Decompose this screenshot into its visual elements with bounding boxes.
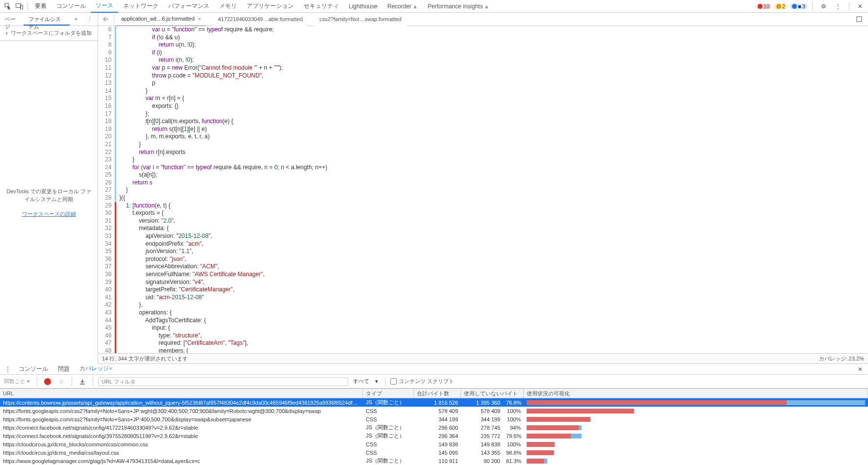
- navigator-sidebar: ページファイルシステム » ⋮ ＋ ワークスペースにフォルダを追加 DevToo…: [0, 13, 98, 364]
- show-nav-icon[interactable]: [100, 13, 112, 25]
- content-script-checkbox[interactable]: コンテンツ スクリプト: [390, 378, 454, 385]
- add-workspace-button[interactable]: ＋ ワークスペースにフォルダを追加: [0, 26, 98, 41]
- panel-tab-2[interactable]: ソース: [91, 0, 118, 13]
- settings-icon[interactable]: ⚙: [817, 0, 829, 12]
- code-editor[interactable]: 6789101112131415161718192021222324252627…: [98, 26, 868, 353]
- drawer-tab-1[interactable]: 問題: [53, 363, 75, 376]
- workspace-sync-text: DevTools での変更をローカル ファイルシステムと同期: [6, 187, 92, 204]
- editor-statusbar: 14 行, 344 文字が選択されています カバレッジ: 23.2%: [98, 353, 868, 364]
- selection-status: 14 行, 344 文字が選択されています: [102, 355, 188, 362]
- warning-count[interactable]: 2: [774, 3, 787, 9]
- clear-button[interactable]: ⊘: [56, 376, 67, 387]
- file-tab-0[interactable]: application_wit…6.js:formatted×: [116, 13, 206, 26]
- drawer-tab-0[interactable]: コンソール: [14, 363, 53, 376]
- workspace-learn-more-link[interactable]: ワークスペースの詳細: [22, 210, 76, 218]
- coverage-header: URL タイプ 合計バイト数 使用していないバイト 使用状況の可視化: [0, 388, 868, 398]
- file-tabs: application_wit…6.js:formatted×417221846…: [98, 13, 868, 26]
- panel-tab-8[interactable]: Lighthouse: [344, 0, 383, 13]
- coverage-row[interactable]: https://connect.facebook.net/signals/con…: [0, 432, 868, 440]
- url-filter-input[interactable]: [98, 377, 348, 386]
- panel-tab-5[interactable]: メモリ: [214, 0, 242, 13]
- coverage-row[interactable]: https://www.googletagmanager.com/gtag/js…: [0, 457, 868, 465]
- sidebar-tab-1[interactable]: ファイルシステム: [24, 13, 70, 26]
- panel-tab-9[interactable]: Recorder ▲: [383, 0, 423, 13]
- col-unused[interactable]: 使用していないバイト: [461, 388, 524, 399]
- coverage-row[interactable]: https://connect.facebook.net/signals/con…: [0, 423, 868, 432]
- panel-tab-10[interactable]: Performance insights ▲: [423, 0, 494, 13]
- coverage-row[interactable]: https://fonts.googleapis.com/css2?family…: [0, 415, 868, 423]
- panel-tabs: 要素コンソールソースネットワークパフォーマンスメモリアプリケーションセキュリティ…: [30, 0, 494, 13]
- panel-tab-4[interactable]: パフォーマンス: [163, 0, 214, 13]
- drawer-close-icon[interactable]: ✕: [854, 363, 866, 375]
- export-button[interactable]: [77, 376, 88, 387]
- col-url[interactable]: URL: [0, 389, 363, 398]
- panel-tab-7[interactable]: セキュリティ: [299, 0, 344, 13]
- drawer-tabs: ⋮ コンソール問題カバレッジ × ✕: [0, 364, 868, 375]
- drawer-kebab-icon[interactable]: ⋮: [2, 363, 14, 375]
- col-type[interactable]: タイプ: [363, 388, 414, 399]
- type-filter-select[interactable]: すべて ▾: [351, 377, 380, 386]
- col-viz[interactable]: 使用状況の可視化: [524, 388, 868, 399]
- drawer-tab-2[interactable]: カバレッジ ×: [75, 363, 118, 376]
- file-tab-1[interactable]: 417221846033049…able:formatted: [213, 13, 307, 26]
- panel-tab-0[interactable]: 要素: [30, 0, 51, 13]
- coverage-row[interactable]: https://cloudcircus.jp/dcms_media/css/la…: [0, 448, 868, 457]
- sidebar-tab-0[interactable]: ページ: [0, 13, 24, 26]
- error-count[interactable]: 10: [756, 3, 771, 9]
- close-icon[interactable]: ✕: [854, 0, 866, 12]
- drawer-tab-close-icon[interactable]: ×: [109, 365, 113, 372]
- inspect-icon[interactable]: [2, 0, 14, 12]
- line-gutter: 6789101112131415161718192021222324252627…: [98, 26, 115, 353]
- coverage-row[interactable]: https://fonts.googleapis.com/css2?family…: [0, 407, 868, 415]
- file-tab-2[interactable]: css2?family=Not…swap:formatted: [314, 13, 406, 26]
- record-button[interactable]: [42, 376, 53, 387]
- coverage-rows: https://contents.bownow.jp/assets/api_ga…: [0, 398, 868, 465]
- maximize-icon[interactable]: [853, 13, 865, 25]
- svg-rect-2: [857, 17, 862, 22]
- file-tab-close-icon[interactable]: ×: [198, 15, 202, 23]
- device-icon[interactable]: [14, 0, 26, 12]
- panel-tab-1[interactable]: コンソール: [51, 0, 91, 13]
- message-count[interactable]: ■3: [790, 3, 807, 9]
- coverage-toolbar: 関数ごと ▾ ⊘ すべて ▾ コンテンツ スクリプト: [0, 375, 868, 388]
- coverage-row[interactable]: https://cloudcircus.jp/dcms_blocks/commo…: [0, 440, 868, 448]
- panel-tab-6[interactable]: アプリケーション: [242, 0, 299, 13]
- coverage-status: カバレッジ: 23.2%: [819, 355, 864, 362]
- main-toolbar: 要素コンソールソースネットワークパフォーマンスメモリアプリケーションセキュリティ…: [0, 0, 868, 13]
- code-content[interactable]: var u = "function" == typeof require && …: [115, 26, 327, 353]
- granularity-select[interactable]: 関数ごと ▾: [2, 377, 32, 386]
- kebab-icon[interactable]: ⋮: [832, 0, 844, 12]
- sidebar-more[interactable]: »: [70, 13, 82, 26]
- coverage-row[interactable]: https://contents.bownow.jp/assets/api_ga…: [0, 398, 868, 407]
- col-total[interactable]: 合計バイト数: [414, 388, 461, 399]
- panel-tab-3[interactable]: ネットワーク: [118, 0, 163, 13]
- sidebar-kebab-icon[interactable]: ⋮: [82, 13, 98, 26]
